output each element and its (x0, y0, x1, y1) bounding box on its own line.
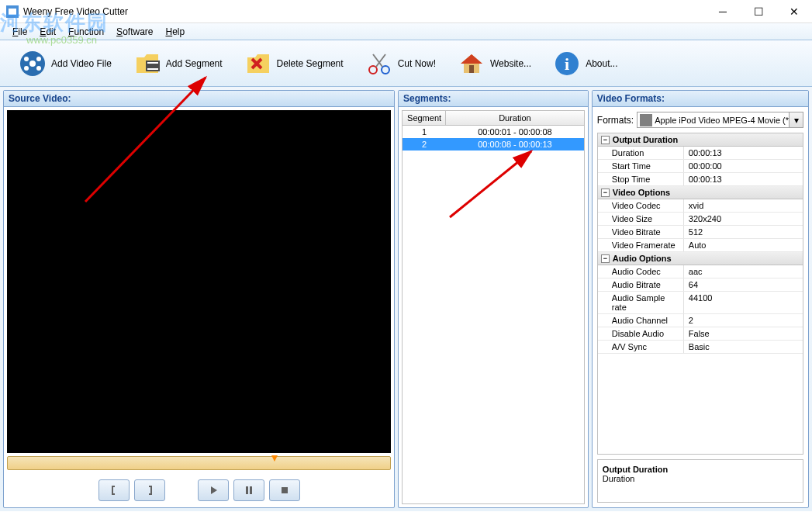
cut-now-button[interactable]: Cut Now! (354, 47, 447, 81)
svg-rect-17 (250, 486, 252, 494)
app-icon (6, 5, 19, 18)
main-area: Source Video: Segments: Segment Duration (0, 87, 812, 511)
property-value: 64 (683, 278, 803, 291)
property-key: Audio Sample rate (598, 292, 683, 313)
maximize-button[interactable]: ☐ (741, 0, 776, 23)
property-row[interactable]: Disable AudioFalse (598, 327, 803, 341)
property-key: Video Size (598, 213, 683, 225)
video-formats-panel: Video Formats: Formats: Apple iPod Video… (592, 90, 809, 508)
scissors-icon (365, 50, 393, 78)
website-button[interactable]: Website... (447, 47, 542, 81)
property-value: 512 (683, 226, 803, 238)
property-key: Audio Channel (598, 314, 683, 327)
about-label: About... (586, 58, 617, 69)
property-row[interactable]: Audio Codecaac (598, 265, 803, 278)
menu-file[interactable]: File (6, 25, 33, 39)
formats-panel-header: Video Formats: (593, 91, 808, 107)
add-video-button[interactable]: Add Video File (8, 47, 123, 81)
chevron-down-icon: ▾ (789, 112, 803, 127)
property-row[interactable]: Video FramerateAuto (598, 239, 803, 252)
property-key: Video Codec (598, 199, 683, 212)
property-group-header[interactable]: −Output Duration (598, 133, 803, 147)
property-value: Auto (683, 239, 803, 251)
stop-button[interactable] (269, 479, 300, 501)
close-button[interactable]: ✕ (776, 0, 812, 23)
property-row[interactable]: A/V SyncBasic (598, 341, 803, 354)
property-row[interactable]: Audio Channel2 (598, 314, 803, 327)
output-info: Output Duration Duration (597, 459, 803, 503)
property-row[interactable]: Video Codecxvid (598, 199, 803, 213)
minimize-button[interactable]: ─ (705, 0, 741, 23)
property-group-header[interactable]: −Video Options (598, 186, 803, 199)
svg-point-12 (382, 66, 389, 74)
property-row[interactable]: Audio Sample rate44100 (598, 292, 803, 314)
property-key: Start Time (598, 160, 683, 172)
property-row[interactable]: Audio Bitrate64 (598, 278, 803, 292)
info-icon: i (553, 50, 581, 78)
video-preview[interactable] (7, 110, 391, 453)
home-icon (458, 50, 485, 78)
svg-rect-16 (246, 486, 248, 494)
segment-cell: 2 (403, 138, 446, 150)
formats-dropdown[interactable]: Apple iPod Video MPEG-4 Movie (* ▾ (637, 112, 803, 128)
delete-segment-label: Delete Segment (277, 58, 344, 69)
table-row[interactable]: 200:00:08 - 00:00:13 (403, 138, 584, 150)
property-key: A/V Sync (598, 341, 683, 353)
segment-col-header[interactable]: Segment (403, 111, 446, 125)
table-row[interactable]: 100:00:01 - 00:00:08 (403, 126, 584, 138)
svg-rect-13 (469, 65, 474, 73)
property-row[interactable]: Stop Time00:00:13 (598, 173, 803, 186)
formats-selected: Apple iPod Video MPEG-4 Movie (* (655, 116, 789, 125)
add-segment-button[interactable]: Add Segment (123, 47, 233, 81)
property-value: 44100 (683, 292, 803, 313)
svg-rect-9 (147, 62, 158, 64)
about-button[interactable]: i About... (542, 47, 628, 81)
property-value: xvid (683, 199, 803, 212)
segments-table: Segment Duration 100:00:01 - 00:00:08200… (402, 110, 585, 504)
svg-text:i: i (565, 54, 569, 74)
delete-segment-button[interactable]: Delete Segment (233, 47, 354, 81)
play-button[interactable] (198, 479, 229, 501)
property-key: Audio Bitrate (598, 278, 683, 291)
format-preset-icon (640, 114, 652, 126)
property-value: False (683, 327, 803, 340)
formats-label: Formats: (597, 115, 634, 126)
collapse-icon: − (601, 254, 610, 263)
property-row[interactable]: Duration00:00:13 (598, 147, 803, 160)
bracket-end-button[interactable] (134, 479, 165, 501)
window-title: Weeny Free Video Cutter (23, 6, 705, 17)
add-segment-label: Add Segment (166, 58, 223, 69)
menu-edit[interactable]: Edit (33, 25, 62, 39)
property-row[interactable]: Video Bitrate512 (598, 226, 803, 239)
bracket-start-button[interactable] (98, 479, 130, 501)
menu-function[interactable]: Function (62, 25, 110, 39)
svg-rect-18 (282, 487, 288, 493)
properties-grid: −Output DurationDuration00:00:13Start Ti… (597, 133, 803, 455)
pause-button[interactable] (233, 479, 264, 501)
folder-delete-icon (244, 50, 272, 78)
timeline[interactable] (7, 456, 391, 470)
duration-cell: 00:00:08 - 00:00:13 (446, 138, 584, 150)
property-key: Disable Audio (598, 327, 683, 340)
segment-cell: 1 (403, 126, 446, 138)
property-group-title: Audio Options (613, 254, 672, 263)
property-group-title: Output Duration (613, 135, 678, 144)
property-group-header[interactable]: −Audio Options (598, 252, 803, 265)
property-value: 00:00:13 (683, 173, 803, 185)
property-row[interactable]: Start Time00:00:00 (598, 160, 803, 173)
duration-col-header[interactable]: Duration (446, 111, 584, 125)
property-value: 00:00:00 (683, 160, 803, 172)
property-row[interactable]: Video Size320x240 (598, 213, 803, 226)
property-value: 2 (683, 314, 803, 327)
source-panel-header: Source Video: (4, 91, 394, 107)
output-text: Duration (603, 474, 798, 483)
property-value: 00:00:13 (683, 147, 803, 159)
menu-software[interactable]: Software (110, 25, 159, 39)
window-controls: ─ ☐ ✕ (705, 0, 812, 23)
collapse-icon: − (601, 189, 610, 197)
property-key: Video Bitrate (598, 226, 683, 238)
svg-point-5 (36, 57, 41, 61)
menu-help[interactable]: Help (159, 25, 191, 39)
video-controls (4, 473, 394, 507)
svg-rect-1 (9, 9, 16, 15)
